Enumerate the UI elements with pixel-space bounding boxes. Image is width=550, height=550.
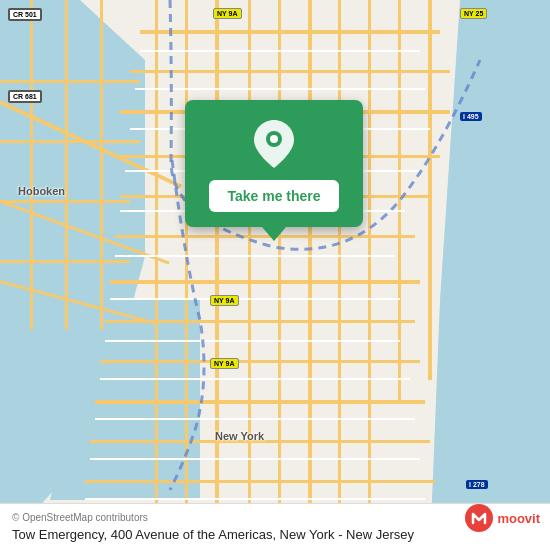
road: [135, 88, 425, 90]
popup-inner: Take me there: [185, 100, 363, 227]
route-badge-ny9a-mid2: NY 9A: [210, 358, 239, 369]
road: [95, 418, 415, 420]
road: [85, 498, 425, 500]
road: [0, 80, 140, 83]
route-badge-ny9a-top: NY 9A: [213, 8, 242, 19]
moovit-icon: [465, 504, 493, 532]
road: [95, 400, 425, 404]
road: [278, 0, 281, 550]
location-popup: Take me there: [185, 100, 363, 227]
moovit-logo: moovit: [465, 504, 540, 532]
road: [65, 0, 68, 330]
road: [90, 440, 430, 443]
road: [215, 0, 219, 550]
road: [100, 360, 420, 363]
svg-point-1: [270, 135, 278, 143]
road: [30, 0, 33, 330]
road: [155, 0, 158, 550]
road: [185, 0, 188, 550]
map-attribution: © OpenStreetMap contributors: [12, 512, 538, 523]
route-badge-i495: I 495: [460, 112, 482, 121]
road: [368, 0, 371, 550]
road: [248, 0, 251, 550]
moovit-text: moovit: [497, 511, 540, 526]
route-badge-ny25: NY 25: [460, 8, 487, 19]
road: [428, 0, 432, 380]
location-pin-icon: [254, 120, 294, 168]
road: [105, 340, 400, 342]
road: [85, 480, 435, 483]
road: [308, 0, 312, 550]
route-badge-ny9a-mid1: NY 9A: [210, 295, 239, 306]
road: [100, 378, 410, 380]
road: [338, 0, 341, 550]
road: [140, 50, 420, 52]
roads-layer: [0, 0, 550, 550]
address-text: Tow Emergency, 400 Avenue of the America…: [12, 527, 538, 542]
road: [100, 0, 103, 330]
moovit-m-icon: [470, 509, 488, 527]
road: [115, 255, 395, 257]
road: [0, 280, 155, 324]
road: [110, 298, 400, 300]
map-container: CR 501 NY 9A NY 25 CR 681 I 495 NY 9A NY…: [0, 0, 550, 550]
route-badge-cr681: CR 681: [8, 90, 42, 103]
road: [90, 458, 420, 460]
popup-tail: [262, 227, 286, 241]
route-badge-i278: I 278: [466, 480, 488, 489]
road: [0, 140, 140, 143]
route-badge-cr501: CR 501: [8, 8, 42, 21]
take-me-there-button[interactable]: Take me there: [209, 180, 338, 212]
road: [130, 70, 450, 73]
